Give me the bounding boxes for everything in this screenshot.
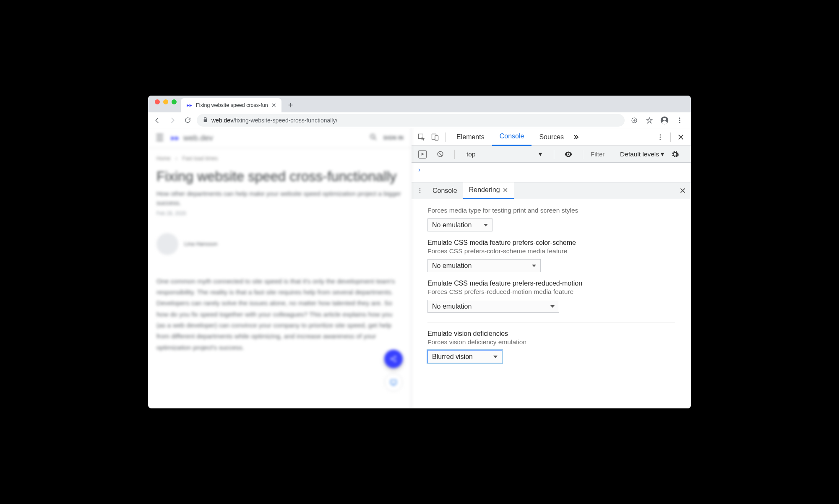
svg-point-18 — [568, 153, 569, 155]
share-fab[interactable] — [384, 350, 403, 368]
svg-point-16 — [660, 138, 661, 140]
console-toolbar: top ▾ Default levels ▾ — [412, 146, 691, 163]
console-sidebar-toggle-icon[interactable] — [416, 148, 429, 161]
svg-rect-13 — [435, 135, 438, 140]
page-date: Feb 28, 2020 — [156, 210, 403, 216]
svg-point-14 — [660, 134, 661, 135]
maximize-window-button[interactable] — [172, 99, 177, 104]
svg-point-20 — [420, 190, 421, 191]
favicon-icon — [186, 102, 193, 109]
prefers-reduced-motion-title: Emulate CSS media feature prefers-reduce… — [427, 280, 675, 287]
execution-context-select[interactable]: top ▾ — [462, 148, 546, 160]
log-levels-select[interactable]: Default levels ▾ — [620, 151, 664, 158]
prefers-reduced-motion-select[interactable]: No emulation — [427, 300, 559, 313]
browser-tab[interactable]: Fixing website speed cross-fun ✕ — [181, 98, 281, 112]
drawer-tab-close-icon[interactable]: ✕ — [503, 186, 508, 194]
devtools-panel: Elements Console Sources top ▾ — [412, 128, 691, 408]
svg-point-3 — [679, 117, 680, 119]
tab-close-icon[interactable]: ✕ — [271, 102, 276, 109]
search-icon[interactable] — [369, 133, 378, 143]
drawer-tab-rendering[interactable]: Rendering ✕ — [463, 182, 514, 199]
clear-console-icon[interactable] — [433, 148, 447, 161]
article-paragraph: One common myth connected to site speed … — [156, 276, 403, 353]
svg-point-5 — [679, 122, 680, 123]
drawer-close-icon[interactable] — [676, 184, 689, 197]
tab-strip: Fixing website speed cross-fun ✕ + — [148, 96, 691, 112]
site-logo[interactable]: web.dev — [170, 133, 213, 143]
inspect-element-icon[interactable] — [415, 130, 428, 144]
svg-point-6 — [370, 134, 375, 138]
devtools-tabbar: Elements Console Sources — [412, 128, 691, 146]
live-expression-icon[interactable] — [562, 148, 575, 161]
svg-point-21 — [420, 192, 421, 193]
tab-console[interactable]: Console — [492, 128, 532, 146]
console-filter-input[interactable] — [591, 151, 616, 158]
drawer-tab-rendering-label: Rendering — [469, 186, 500, 194]
profile-icon[interactable] — [658, 114, 671, 127]
svg-point-15 — [660, 136, 661, 138]
prefers-color-scheme-title: Emulate CSS media feature prefers-color-… — [427, 239, 675, 247]
tab-elements[interactable]: Elements — [449, 128, 492, 146]
svg-point-4 — [679, 120, 680, 121]
device-toggle-icon[interactable] — [428, 130, 442, 144]
author-avatar — [156, 233, 178, 255]
forward-button[interactable] — [167, 114, 178, 126]
media-type-select[interactable]: No emulation — [427, 218, 492, 231]
browser-window: Fixing website speed cross-fun ✕ + web.d… — [148, 96, 691, 408]
drawer-tab-console[interactable]: Console — [427, 182, 463, 199]
site-name: web.dev — [183, 133, 213, 143]
section-divider — [427, 322, 675, 322]
prefers-reduced-motion-desc: Forces CSS prefers-reduced-motion media … — [427, 288, 675, 296]
tab-title: Fixing website speed cross-fun — [196, 102, 268, 108]
execution-context-label: top — [466, 151, 476, 158]
console-output[interactable]: › — [412, 163, 691, 182]
window-controls — [153, 99, 181, 109]
hamburger-icon[interactable]: ☰ — [156, 132, 164, 143]
rendering-panel: Forces media type for testing print and … — [412, 199, 691, 408]
signin-button[interactable]: SIGN IN — [383, 135, 404, 141]
page-content: ☰ web.dev SIGN IN Home › Fast load times… — [148, 128, 412, 408]
svg-point-19 — [420, 188, 421, 190]
lock-icon — [203, 117, 208, 124]
feedback-fab[interactable] — [384, 373, 403, 392]
console-prompt-icon: › — [418, 166, 420, 173]
chevron-down-icon: ▾ — [539, 151, 542, 158]
author-block: Lina Hansson — [156, 233, 403, 255]
svg-point-2 — [663, 118, 666, 120]
breadcrumb-home[interactable]: Home — [156, 156, 170, 161]
tab-sources[interactable]: Sources — [532, 128, 571, 146]
more-tabs-icon[interactable] — [571, 130, 585, 144]
browser-toolbar: web.dev/fixing-website-speed-cross-funct… — [148, 112, 691, 128]
breadcrumb-sep: › — [175, 156, 177, 161]
address-bar[interactable]: web.dev/fixing-website-speed-cross-funct… — [197, 114, 625, 127]
media-type-desc: Forces media type for testing print and … — [427, 207, 675, 214]
kebab-menu-icon[interactable] — [673, 114, 686, 127]
drawer-menu-icon[interactable] — [413, 184, 427, 197]
author-name: Lina Hansson — [184, 241, 218, 247]
devtools-close-icon[interactable] — [674, 130, 688, 144]
svg-rect-10 — [391, 380, 396, 384]
prefers-color-scheme-select[interactable]: No emulation — [427, 259, 541, 272]
site-header: ☰ web.dev SIGN IN — [148, 128, 411, 148]
minimize-window-button[interactable] — [163, 99, 168, 104]
bookmark-star-icon[interactable] — [643, 114, 656, 127]
devtools-drawer: Console Rendering ✕ Forces media type fo… — [412, 182, 691, 408]
page-subtitle: How other departments can help make your… — [156, 189, 403, 208]
prefers-color-scheme-desc: Forces CSS prefers-color-scheme media fe… — [427, 247, 675, 255]
close-window-button[interactable] — [155, 99, 160, 104]
vision-deficiency-title: Emulate vision deficiencies — [427, 330, 675, 338]
vision-deficiency-desc: Forces vision deficiency emulation — [427, 338, 675, 346]
url-text: web.dev/fixing-website-speed-cross-funct… — [211, 117, 337, 124]
new-tab-button[interactable]: + — [285, 99, 297, 111]
page-title: Fixing website speed cross-functionally — [156, 168, 403, 185]
drawer-tabbar: Console Rendering ✕ — [412, 182, 691, 199]
vision-deficiency-select[interactable]: Blurred vision — [427, 350, 502, 363]
zoom-indicator-icon[interactable] — [628, 114, 641, 127]
reload-button[interactable] — [182, 114, 193, 126]
breadcrumb-section[interactable]: Fast load times — [182, 156, 218, 161]
console-settings-icon[interactable] — [668, 148, 682, 161]
breadcrumb: Home › Fast load times — [156, 156, 403, 161]
back-button[interactable] — [151, 114, 163, 126]
devtools-settings-icon[interactable] — [654, 130, 667, 144]
